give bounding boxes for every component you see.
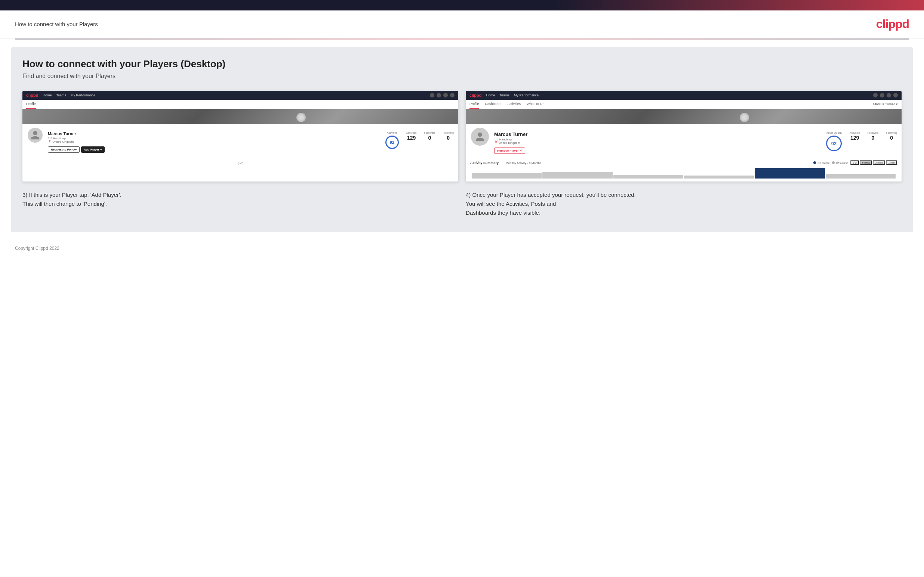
stat-followers-value-left: 0 bbox=[424, 135, 435, 141]
quality-section-left: Activities 92 bbox=[385, 127, 399, 149]
screenshots-row: clippd Home Teams My Performance Profile bbox=[23, 91, 901, 182]
x-icon: ✕ bbox=[520, 149, 522, 152]
mock-nav-home-left: Home bbox=[43, 93, 52, 97]
clippd-logo: clippd bbox=[876, 17, 909, 31]
stat-activities-value-left: 129 bbox=[406, 135, 417, 141]
stat-activities-right: Activities 129 bbox=[850, 131, 860, 141]
tab-group-right: Profile Dashboard Activities What To On bbox=[470, 100, 544, 109]
player-name-selector: Marcus Turner bbox=[873, 102, 895, 106]
tab-what-to-on-right[interactable]: What To On bbox=[527, 100, 544, 109]
player-name-left: Marcus Turner bbox=[48, 131, 381, 136]
mock-stats-left: Activities 129 Followers 0 Following 0 bbox=[406, 127, 454, 141]
avatar-left bbox=[27, 127, 44, 143]
bar-1 bbox=[472, 173, 542, 179]
avatar-right bbox=[470, 127, 489, 147]
scissors-icon: ✂ bbox=[23, 156, 458, 171]
player-name-right: Marcus Turner bbox=[494, 131, 821, 137]
add-player-button[interactable]: Add Player + bbox=[81, 147, 105, 153]
mock-nav-left: clippd Home Teams My Performance bbox=[23, 91, 458, 100]
desc-left: 3) If this is your Player tap, 'Add Play… bbox=[23, 190, 458, 218]
time-1yr-button[interactable]: 1 yr bbox=[850, 160, 859, 165]
time-6mths-button[interactable]: 6 mths bbox=[860, 160, 872, 165]
action-buttons-left: Request to Follow Add Player + bbox=[48, 147, 381, 153]
tab-dashboard-right[interactable]: Dashboard bbox=[485, 100, 502, 109]
legend-off-course: Off course bbox=[832, 161, 848, 164]
mock-activity-right: Activity Summary Monthly Activity - 6 Mo… bbox=[466, 157, 901, 182]
activity-titles: Activity Summary Monthly Activity - 6 Mo… bbox=[470, 161, 541, 165]
settings-icon-left bbox=[443, 93, 448, 97]
desc-right: 4) Once your Player has accepted your re… bbox=[466, 190, 901, 218]
page-title: How to connect with your Players bbox=[15, 21, 98, 27]
top-bar bbox=[0, 0, 924, 10]
banner-circle-left bbox=[296, 113, 306, 122]
mock-tabs-right: Profile Dashboard Activities What To On … bbox=[466, 100, 901, 109]
mock-nav-icons-right bbox=[873, 93, 898, 97]
mock-nav-right-left bbox=[430, 93, 454, 97]
activity-title: Activity Summary bbox=[470, 161, 499, 165]
stat-followers-right: Followers 0 bbox=[867, 131, 879, 141]
quality-circle-left: 92 bbox=[385, 135, 399, 149]
mock-profile-left: Marcus Turner 1-5 Handicap 📍 United King… bbox=[23, 124, 458, 156]
stat-followers-label-left: Followers bbox=[424, 131, 435, 134]
mock-app-left: clippd Home Teams My Performance Profile bbox=[23, 91, 458, 171]
description-row: 3) If this is your Player tap, 'Add Play… bbox=[23, 190, 901, 218]
tab-profile-left[interactable]: Profile bbox=[26, 100, 36, 109]
screenshot-right: clippd Home Teams My Performance Profile bbox=[466, 91, 901, 182]
time-1mth-button[interactable]: 1 mth bbox=[886, 160, 897, 165]
stat-activities-label-right: Activities bbox=[850, 131, 860, 134]
mock-app-right: clippd Home Teams My Performance Profile bbox=[466, 91, 901, 182]
tab-activities-right[interactable]: Activities bbox=[507, 100, 521, 109]
legend-on-course: On course bbox=[813, 161, 829, 164]
time-buttons: 1 yr 6 mths 3 mths 1 mth bbox=[850, 160, 897, 165]
request-follow-button[interactable]: Request to Follow bbox=[48, 147, 80, 153]
stat-following-label-right: Following bbox=[886, 131, 897, 134]
player-handicap-right: 1-5 Handicap bbox=[494, 138, 821, 141]
mock-profile-right: Marcus Turner 1-5 Handicap 📍 United King… bbox=[466, 124, 901, 157]
main-content: How to connect with your Players (Deskto… bbox=[11, 47, 913, 232]
stat-following-right: Following 0 bbox=[886, 131, 897, 141]
globe-icon-left bbox=[450, 93, 454, 97]
mock-nav-perf-left: My Performance bbox=[71, 93, 95, 97]
footer: Copyright Clippd 2022 bbox=[0, 240, 924, 257]
mock-nav-right: clippd Home Teams My Performance bbox=[466, 91, 901, 100]
player-selector-right[interactable]: Marcus Turner ▾ bbox=[873, 100, 898, 109]
mock-nav-perf-right: My Performance bbox=[514, 93, 539, 97]
person-icon-right bbox=[475, 131, 485, 142]
bar-5 bbox=[755, 168, 825, 179]
stat-following-left: Following 0 bbox=[443, 131, 454, 141]
stat-following-value-left: 0 bbox=[443, 135, 454, 141]
settings-icon-right bbox=[887, 93, 891, 97]
bar-2 bbox=[542, 172, 612, 179]
chevron-down-icon: ▾ bbox=[896, 102, 898, 106]
globe-icon-right bbox=[893, 93, 898, 97]
activity-legend: On course Off course bbox=[813, 161, 848, 164]
stat-followers-value-right: 0 bbox=[867, 135, 879, 141]
location-icon-right: 📍 bbox=[494, 141, 498, 145]
header: How to connect with your Players clippd bbox=[0, 10, 924, 39]
mock-nav-teams-right: Teams bbox=[499, 93, 509, 97]
mock-stats-right: Activities 129 Followers 0 Following 0 bbox=[850, 127, 897, 141]
stat-activities-label-left: Activities bbox=[406, 131, 417, 134]
banner-circle-right bbox=[740, 113, 749, 122]
tab-profile-right[interactable]: Profile bbox=[470, 100, 479, 109]
profile-info-right: Marcus Turner 1-5 Handicap 📍 United King… bbox=[494, 127, 821, 154]
mock-nav-teams-left: Teams bbox=[56, 93, 66, 97]
stat-following-label-left: Following bbox=[443, 131, 454, 134]
bar-3 bbox=[613, 175, 683, 179]
stat-following-value-right: 0 bbox=[886, 135, 897, 141]
activity-chart bbox=[470, 167, 897, 179]
quality-label-left: Activities bbox=[387, 131, 397, 134]
desc-left-text: 3) If this is your Player tap, 'Add Play… bbox=[23, 192, 121, 207]
time-3mths-button[interactable]: 3 mths bbox=[873, 160, 885, 165]
player-location-left: 📍 United Kingdom bbox=[48, 140, 381, 143]
mock-tabs-left: Profile bbox=[23, 100, 458, 109]
action-buttons-right: Remove Player ✕ bbox=[494, 148, 821, 154]
bar-4 bbox=[684, 176, 754, 179]
mock-logo-right: clippd bbox=[470, 93, 481, 97]
stat-activities-value-right: 129 bbox=[850, 135, 860, 141]
search-icon-left bbox=[430, 93, 435, 97]
remove-player-button[interactable]: Remove Player ✕ bbox=[494, 148, 525, 154]
user-icon-left bbox=[436, 93, 441, 97]
stat-activities-left: Activities 129 bbox=[406, 131, 417, 141]
quality-section-right: Player Quality 92 bbox=[826, 127, 842, 151]
